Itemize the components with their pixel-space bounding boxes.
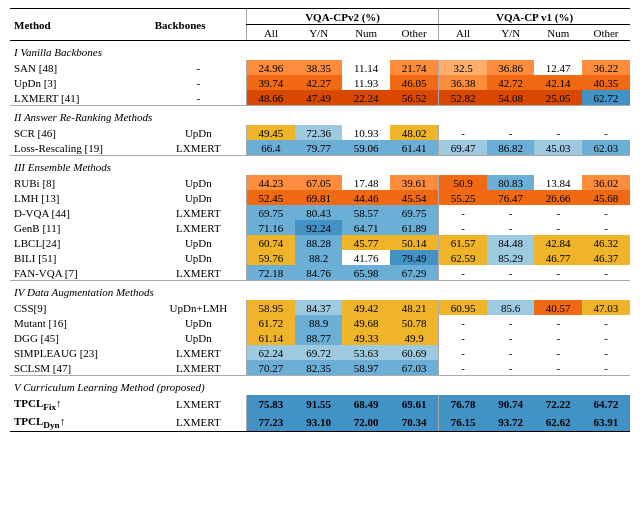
v1_all-cell: - — [439, 125, 487, 140]
v2_all-cell: 49.45 — [247, 125, 295, 140]
v1_other-cell: 62.72 — [582, 90, 630, 106]
backbone-cell: LXMERT — [151, 413, 247, 432]
method-cell: CSS[9] — [10, 300, 151, 315]
backbone-cell: UpDn — [151, 330, 247, 345]
v2_num-cell: 72.00 — [342, 413, 390, 432]
v1_other-cell: 47.03 — [582, 300, 630, 315]
v2-all-header: All — [247, 25, 295, 41]
v1_num-cell: 40.57 — [534, 300, 582, 315]
method-cell: Mutant [16] — [10, 315, 151, 330]
v1_yn-cell: 85.6 — [487, 300, 535, 315]
v1_other-cell: 46.32 — [582, 235, 630, 250]
v1_all-cell: - — [439, 345, 487, 360]
v1-all-header: All — [439, 25, 487, 41]
v2_other-cell: 56.52 — [390, 90, 439, 106]
v1_all-cell: 32.5 — [439, 60, 487, 75]
backbone-header: Backbones — [151, 9, 247, 41]
method-cell: BILI [51] — [10, 250, 151, 265]
v2_yn-cell: 82.35 — [295, 360, 343, 376]
v2_yn-cell: 38.35 — [295, 60, 343, 75]
v2_other-cell: 69.61 — [390, 395, 439, 413]
v2_yn-cell: 88.77 — [295, 330, 343, 345]
v2_yn-cell: 88.9 — [295, 315, 343, 330]
v1_all-cell: 36.38 — [439, 75, 487, 90]
v1_yn-cell: 42.72 — [487, 75, 535, 90]
results-table: Method Backbones VQA-CPv2 (%) VQA-CP v1 … — [10, 8, 630, 432]
section-title: V Curriculum Learning Method (proposed) — [10, 376, 630, 396]
v1_yn-cell: - — [487, 315, 535, 330]
v2_yn-cell: 47.49 — [295, 90, 343, 106]
v2_num-cell: 44.46 — [342, 190, 390, 205]
v1_num-cell: 45.03 — [534, 140, 582, 156]
v2_num-cell: 49.42 — [342, 300, 390, 315]
v2_all-cell: 75.83 — [247, 395, 295, 413]
table-row: UpDn [3]-39.7442.2711.9346.0536.3842.724… — [10, 75, 630, 90]
v2_other-cell: 60.69 — [390, 345, 439, 360]
v2_all-cell: 59.76 — [247, 250, 295, 265]
backbone-cell: UpDn — [151, 175, 247, 190]
v2_yn-cell: 84.37 — [295, 300, 343, 315]
backbone-cell: UpDn — [151, 315, 247, 330]
v1_yn-cell: 84.48 — [487, 235, 535, 250]
v1-num-header: Num — [534, 25, 582, 41]
v1_all-cell: 50.9 — [439, 175, 487, 190]
v2_all-cell: 58.95 — [247, 300, 295, 315]
v2-yn-header: Y/N — [295, 25, 343, 41]
v1_all-cell: 76.78 — [439, 395, 487, 413]
v1_yn-cell: 93.72 — [487, 413, 535, 432]
table-row: GenB [11]LXMERT71.1692.2464.7161.89---- — [10, 220, 630, 235]
v1_other-cell: - — [582, 205, 630, 220]
v1_other-cell: - — [582, 315, 630, 330]
method-cell: LBCL[24] — [10, 235, 151, 250]
v1_other-cell: - — [582, 330, 630, 345]
v1_yn-cell: 90.74 — [487, 395, 535, 413]
backbone-cell: UpDn — [151, 235, 247, 250]
v2_other-cell: 46.05 — [390, 75, 439, 90]
v2_num-cell: 41.76 — [342, 250, 390, 265]
vqa-cpv2-header: VQA-CPv2 (%) — [247, 9, 439, 25]
v1_all-cell: - — [439, 330, 487, 345]
table-row: Loss-Rescaling [19]LXMERT66.479.7759.066… — [10, 140, 630, 156]
v1_other-cell: - — [582, 265, 630, 281]
v2_all-cell: 66.4 — [247, 140, 295, 156]
v1_all-cell: - — [439, 360, 487, 376]
table-row: TPCLDyn↑LXMERT77.2393.1072.0070.3476.159… — [10, 413, 630, 432]
v2_other-cell: 50.14 — [390, 235, 439, 250]
v2_num-cell: 59.06 — [342, 140, 390, 156]
v2_num-cell: 68.49 — [342, 395, 390, 413]
v2_num-cell: 45.77 — [342, 235, 390, 250]
method-cell: LXMERT [41] — [10, 90, 151, 106]
v1_yn-cell: 54.08 — [487, 90, 535, 106]
method-cell: SIMPLEAUG [23] — [10, 345, 151, 360]
method-cell: DGG [45] — [10, 330, 151, 345]
v1_yn-cell: - — [487, 125, 535, 140]
v1_other-cell: - — [582, 220, 630, 235]
backbone-cell: LXMERT — [151, 360, 247, 376]
v1_other-cell: 63.91 — [582, 413, 630, 432]
v2_other-cell: 69.75 — [390, 205, 439, 220]
table-row: SCR [46]UpDn49.4572.3610.9348.02---- — [10, 125, 630, 140]
v1_other-cell: - — [582, 345, 630, 360]
method-cell: Loss-Rescaling [19] — [10, 140, 151, 156]
v2_other-cell: 45.54 — [390, 190, 439, 205]
column-group-header: Method Backbones VQA-CPv2 (%) VQA-CP v1 … — [10, 9, 630, 25]
v2_other-cell: 48.02 — [390, 125, 439, 140]
v1_all-cell: - — [439, 205, 487, 220]
v2_num-cell: 58.57 — [342, 205, 390, 220]
v2_yn-cell: 42.27 — [295, 75, 343, 90]
v2_other-cell: 50.78 — [390, 315, 439, 330]
v2_num-cell: 49.33 — [342, 330, 390, 345]
v2_other-cell: 67.03 — [390, 360, 439, 376]
v2_yn-cell: 88.2 — [295, 250, 343, 265]
v2_yn-cell: 79.77 — [295, 140, 343, 156]
v1_all-cell: 76.15 — [439, 413, 487, 432]
v1_all-cell: - — [439, 315, 487, 330]
v2_yn-cell: 69.72 — [295, 345, 343, 360]
v2_num-cell: 53.63 — [342, 345, 390, 360]
table-row: RUBi [8]UpDn44.2367.0517.4839.6150.980.8… — [10, 175, 630, 190]
table-row: FAN-VQA [7]LXMERT72.1884.7665.9867.29---… — [10, 265, 630, 281]
v2_yn-cell: 72.36 — [295, 125, 343, 140]
v1_all-cell: 69.47 — [439, 140, 487, 156]
v2_all-cell: 44.23 — [247, 175, 295, 190]
v2_num-cell: 64.71 — [342, 220, 390, 235]
